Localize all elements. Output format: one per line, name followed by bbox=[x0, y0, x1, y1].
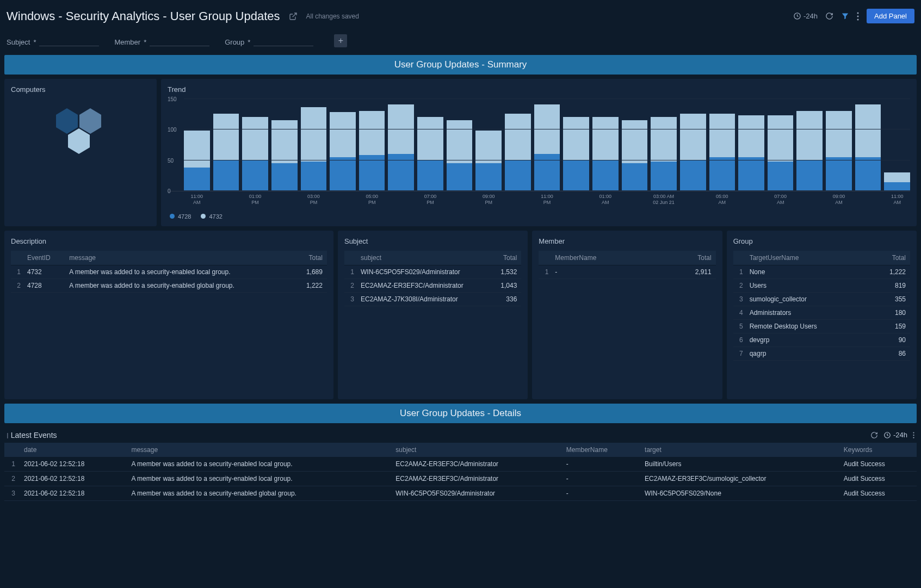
column-header[interactable]: message bbox=[126, 443, 390, 457]
subject-table: subjectTotal1WIN-6C5PO5FS029/Administrat… bbox=[344, 251, 521, 306]
table-row[interactable]: 7qagrp86 bbox=[733, 346, 910, 360]
x-tick bbox=[388, 194, 414, 206]
bar[interactable] bbox=[768, 115, 794, 191]
filter-group-input[interactable] bbox=[254, 35, 313, 46]
table-row[interactable]: 14732A member was added to a security-en… bbox=[11, 265, 327, 278]
column-header[interactable] bbox=[539, 251, 551, 265]
filter-label: Subject bbox=[7, 38, 30, 46]
table-row[interactable]: 1None1,222 bbox=[733, 265, 910, 278]
latest-events-header: || Latest Events -24h bbox=[4, 428, 917, 443]
panel-time-range[interactable]: -24h bbox=[883, 431, 907, 439]
details-banner: User Group Updates - Details bbox=[4, 404, 917, 423]
column-header[interactable] bbox=[733, 251, 745, 265]
svg-point-1 bbox=[857, 12, 859, 14]
bar[interactable] bbox=[826, 111, 852, 191]
x-tick: 03:00 AM02 Jun 21 bbox=[651, 194, 677, 206]
group-table: TargetUserNameTotal1None1,2222Users8193s… bbox=[733, 251, 910, 361]
column-header[interactable]: Total bbox=[869, 251, 910, 265]
refresh-icon[interactable] bbox=[825, 12, 833, 20]
bar[interactable] bbox=[680, 114, 706, 191]
x-tick: 03:00PM bbox=[301, 194, 327, 206]
bar[interactable] bbox=[884, 172, 910, 191]
column-header[interactable]: target bbox=[639, 443, 838, 457]
panel-computers: Computers bbox=[4, 79, 157, 226]
bar[interactable] bbox=[622, 120, 648, 191]
table-row[interactable]: 6devgrp90 bbox=[733, 333, 910, 346]
filter-subject-input[interactable] bbox=[39, 35, 99, 46]
bar[interactable] bbox=[534, 104, 560, 191]
bar[interactable] bbox=[271, 120, 298, 191]
table-row[interactable]: 22021-06-02 12:52:18A member was added t… bbox=[4, 471, 917, 486]
bar[interactable] bbox=[184, 131, 210, 191]
column-header[interactable] bbox=[4, 443, 18, 457]
more-icon[interactable] bbox=[857, 12, 859, 21]
filter-member-input[interactable] bbox=[150, 35, 209, 46]
more-icon[interactable] bbox=[913, 431, 914, 439]
y-tick: 50 bbox=[168, 157, 174, 163]
svg-point-2 bbox=[857, 15, 859, 17]
bar[interactable] bbox=[417, 117, 443, 191]
bar[interactable] bbox=[563, 117, 589, 191]
time-range-selector[interactable]: -24h bbox=[793, 12, 818, 20]
column-header[interactable]: Total bbox=[661, 251, 716, 265]
bar[interactable] bbox=[447, 120, 473, 191]
column-header[interactable] bbox=[344, 251, 356, 265]
drag-handle-icon[interactable]: || bbox=[7, 432, 8, 438]
legend-item[interactable]: 4732 bbox=[201, 213, 222, 220]
bar[interactable] bbox=[592, 117, 619, 191]
table-row[interactable]: 3sumologic_collector355 bbox=[733, 292, 910, 306]
column-header[interactable]: subject bbox=[390, 443, 561, 457]
description-table: EventIDmessageTotal14732A member was add… bbox=[11, 251, 327, 293]
table-row[interactable]: 24728A member was added to a security-en… bbox=[11, 278, 327, 292]
table-row[interactable]: 4Administrators180 bbox=[733, 306, 910, 319]
bar[interactable] bbox=[709, 114, 735, 191]
table-row[interactable]: 1-2,911 bbox=[539, 265, 715, 278]
legend-item[interactable]: 4728 bbox=[170, 213, 191, 220]
bar[interactable] bbox=[301, 107, 327, 191]
x-tick bbox=[622, 194, 648, 206]
legend-dot-icon bbox=[170, 214, 175, 219]
bar[interactable] bbox=[242, 117, 268, 191]
bar[interactable] bbox=[505, 114, 531, 191]
bar[interactable] bbox=[651, 117, 677, 191]
panel-member: Member MemberNameTotal1-2,911 bbox=[532, 231, 722, 399]
table-row[interactable]: 3EC2AMAZ-J7K308I/Administrator336 bbox=[344, 292, 521, 306]
column-header[interactable]: message bbox=[65, 251, 294, 265]
bar[interactable] bbox=[738, 115, 764, 191]
column-header[interactable]: EventID bbox=[23, 251, 65, 265]
x-tick: 05:00AM bbox=[709, 194, 735, 206]
y-tick: 0 bbox=[168, 188, 171, 194]
x-tick bbox=[213, 194, 239, 206]
bar[interactable] bbox=[213, 114, 239, 191]
column-header[interactable]: Keywords bbox=[838, 443, 917, 457]
filter-group: Group * bbox=[225, 35, 313, 46]
column-header[interactable]: subject bbox=[356, 251, 491, 265]
column-header[interactable]: date bbox=[18, 443, 126, 457]
table-row[interactable]: 12021-06-02 12:52:18A member was added t… bbox=[4, 457, 917, 472]
column-header[interactable]: MemberName bbox=[551, 251, 660, 265]
column-header[interactable]: Total bbox=[491, 251, 522, 265]
table-row[interactable]: 2Users819 bbox=[733, 278, 910, 292]
table-row[interactable]: 1WIN-6C5PO5FS029/Administrator1,532 bbox=[344, 265, 521, 278]
bar[interactable] bbox=[475, 131, 502, 191]
column-header[interactable]: Total bbox=[294, 251, 327, 265]
table-row[interactable]: 2EC2AMAZ-ER3EF3C/Administrator1,043 bbox=[344, 278, 521, 292]
bar[interactable] bbox=[330, 112, 356, 191]
column-header[interactable]: TargetUserName bbox=[745, 251, 869, 265]
panel-group: Group TargetUserNameTotal1None1,2222User… bbox=[727, 231, 917, 399]
filter-icon[interactable] bbox=[841, 12, 849, 20]
x-tick: 07:00AM bbox=[768, 194, 794, 206]
table-row[interactable]: 32021-06-02 12:52:18A member was added t… bbox=[4, 486, 917, 500]
refresh-icon[interactable] bbox=[870, 431, 878, 439]
bar[interactable] bbox=[855, 104, 881, 191]
bar[interactable] bbox=[388, 104, 414, 191]
panel-title: Group bbox=[733, 237, 910, 245]
table-row[interactable]: 5Remote Desktop Users159 bbox=[733, 319, 910, 333]
add-panel-button[interactable]: Add Panel bbox=[867, 9, 914, 23]
share-icon[interactable] bbox=[289, 12, 298, 21]
column-header[interactable] bbox=[11, 251, 23, 265]
bar[interactable] bbox=[796, 111, 823, 191]
add-filter-button[interactable]: + bbox=[334, 34, 347, 47]
bar[interactable] bbox=[359, 111, 385, 191]
column-header[interactable]: MemberName bbox=[561, 443, 639, 457]
